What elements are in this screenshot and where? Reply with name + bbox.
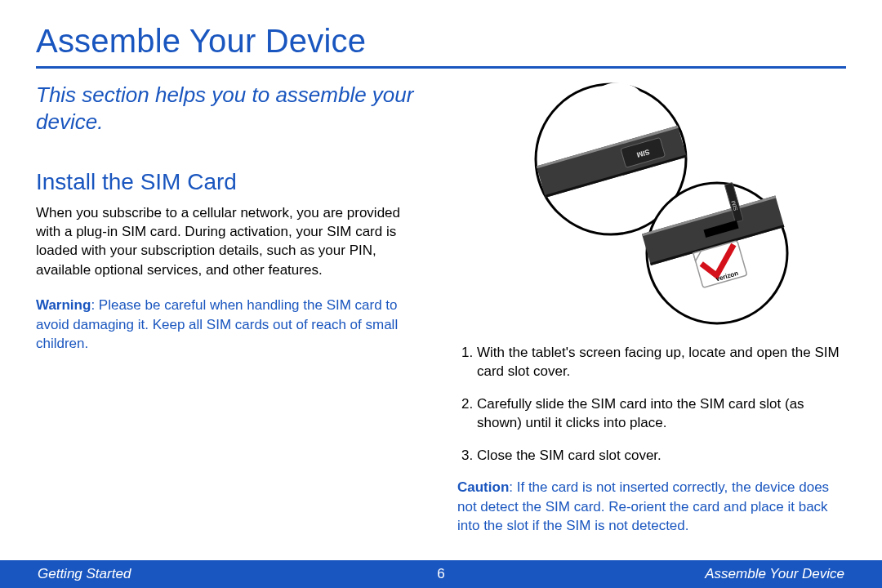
step-item: With the tablet's screen facing up, loca… [477, 343, 846, 381]
title-rule [36, 66, 846, 69]
intro-text: This section helps you to assemble your … [36, 82, 425, 136]
content-columns: This section helps you to assemble your … [36, 82, 846, 536]
page-title: Assemble Your Device [36, 23, 846, 60]
right-column: SIM SIM [457, 82, 846, 536]
warning-label: Warning [36, 297, 91, 313]
left-column: This section helps you to assemble your … [36, 82, 425, 536]
step-item: Close the SIM card slot cover. [477, 446, 846, 465]
footer-left: Getting Started [38, 566, 131, 582]
sim-illustration: SIM SIM [457, 82, 846, 327]
caution-note: Caution: If the card is not inserted cor… [457, 478, 846, 535]
page-footer: Getting Started 6 Assemble Your Device [0, 560, 882, 588]
footer-right: Assemble Your Device [705, 566, 844, 582]
warning-note: Warning: Please be careful when handling… [36, 296, 425, 353]
step-item: Carefully slide the SIM card into the SI… [477, 394, 846, 433]
section-paragraph: When you subscribe to a cellular network… [36, 203, 425, 280]
instruction-steps: With the tablet's screen facing up, loca… [457, 343, 846, 465]
warning-text: : Please be careful when handling the SI… [36, 297, 398, 351]
caution-label: Caution [457, 479, 509, 495]
footer-page-number: 6 [437, 566, 444, 582]
section-heading: Install the SIM Card [36, 169, 425, 195]
caution-text: : If the card is not inserted correctly,… [457, 479, 829, 533]
sim-diagram-svg: SIM SIM [505, 82, 799, 327]
